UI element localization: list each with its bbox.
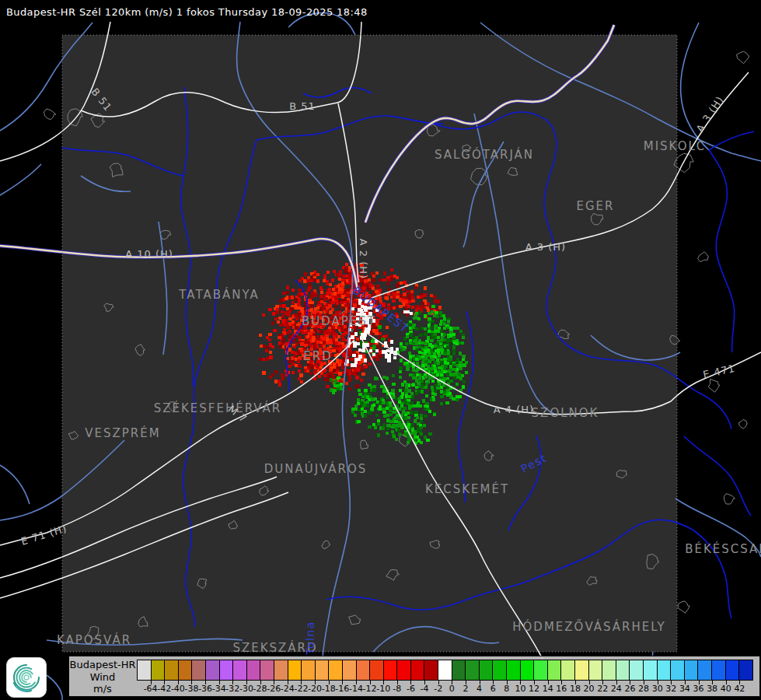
- echo-cell: [372, 404, 375, 407]
- echo-cell: [465, 371, 468, 374]
- echo-cell: [414, 419, 417, 423]
- echo-cell: [313, 329, 316, 332]
- echo-cell: [421, 302, 424, 305]
- echo-cell: [440, 330, 443, 333]
- echo-cell: [385, 334, 388, 338]
- city-label: MISKOLC: [644, 139, 707, 153]
- echo-cell: [440, 390, 443, 394]
- echo-cell: [386, 296, 389, 300]
- echo-cell: [355, 376, 359, 380]
- echo-cell: [417, 296, 420, 299]
- echo-cell: [372, 287, 375, 290]
- echo-cell: [285, 311, 288, 315]
- settlement-outline: [698, 252, 709, 262]
- echo-cell: [424, 386, 428, 389]
- echo-cell: [410, 312, 413, 315]
- colorbar-tick-label: -28: [253, 684, 267, 694]
- echo-cell: [326, 292, 329, 296]
- echo-cell: [459, 395, 462, 398]
- echo-cell: [331, 296, 334, 299]
- echo-cell: [288, 296, 291, 299]
- echo-cell: [360, 401, 363, 405]
- echo-cell: [421, 327, 424, 330]
- legend-swatch: [356, 660, 370, 680]
- echo-cell: [443, 338, 446, 341]
- echo-cell: [337, 376, 340, 380]
- echo-cell: [393, 292, 396, 296]
- legend-swatch: [438, 660, 452, 680]
- echo-cell: [399, 366, 403, 370]
- legend-swatch: [602, 660, 616, 680]
- echo-cell: [346, 293, 350, 297]
- echo-cell: [313, 278, 316, 282]
- echo-cell: [279, 299, 283, 303]
- echo-cell: [286, 331, 289, 334]
- echo-cell: [340, 383, 343, 386]
- echo-cell: [351, 358, 354, 361]
- echo-cell: [459, 361, 463, 364]
- echo-cell: [434, 330, 437, 333]
- echo-cell: [259, 334, 262, 337]
- echo-cell: [396, 414, 399, 417]
- echo-cell: [274, 380, 278, 383]
- road-label: A 3 (H): [525, 241, 566, 253]
- legend-swatch: [328, 660, 342, 680]
- echo-cell: [440, 373, 443, 376]
- legend-swatch: [219, 660, 233, 680]
- echo-cell: [382, 401, 386, 404]
- echo-cell: [286, 291, 289, 294]
- legend-swatch: [560, 660, 574, 680]
- echo-cell: [444, 349, 447, 352]
- echo-cell: [388, 288, 391, 291]
- county-label: Tolna: [304, 621, 316, 656]
- colorbar-tick-label: 12: [529, 684, 539, 694]
- echo-cell: [351, 335, 354, 339]
- colorbar-tick-label: 26: [624, 684, 635, 694]
- echo-cell: [433, 413, 436, 416]
- legend-swatch: [616, 660, 630, 680]
- echo-cell: [290, 307, 294, 310]
- legend-swatch: [684, 660, 698, 680]
- echo-cell: [297, 352, 300, 355]
- settlement-outline: [739, 419, 748, 429]
- city-label: ÉRD: [303, 348, 332, 363]
- echo-cell: [391, 425, 395, 429]
- echo-cell: [372, 275, 375, 278]
- echo-cell: [452, 373, 456, 376]
- echo-cell: [440, 386, 443, 389]
- echo-cell: [307, 289, 310, 292]
- echo-cell: [291, 316, 295, 319]
- echo-cell: [452, 327, 456, 330]
- echo-cell: [381, 338, 385, 341]
- echo-cell: [379, 278, 382, 282]
- echo-cell: [281, 314, 285, 318]
- echo-cell: [395, 397, 398, 401]
- echo-cell: [351, 372, 354, 375]
- echo-cell: [344, 331, 348, 334]
- echo-cell: [295, 306, 298, 310]
- echo-cell: [438, 383, 442, 386]
- echo-cell: [436, 341, 439, 345]
- echo-cell: [281, 376, 285, 380]
- echo-cell: [329, 310, 333, 314]
- echo-cell: [329, 345, 332, 348]
- echo-cell: [424, 436, 427, 439]
- echo-cell: [406, 367, 410, 371]
- echo-cell: [364, 410, 367, 413]
- echo-cell: [437, 370, 440, 374]
- colorbar-tick-label: -20: [308, 684, 322, 694]
- echo-cell: [405, 383, 408, 386]
- echo-cell: [329, 283, 332, 286]
- echo-cell: [325, 310, 328, 313]
- echo-cell: [437, 329, 440, 333]
- echo-cell: [372, 346, 375, 350]
- echo-cell: [371, 340, 375, 343]
- echo-cell: [410, 392, 414, 395]
- echo-cell: [396, 276, 399, 279]
- echo-cell: [369, 349, 372, 352]
- echo-cell: [420, 441, 423, 444]
- echo-cell: [452, 345, 456, 349]
- echo-cell: [382, 411, 386, 414]
- radar-product-viewer: SALGÓTARJÁNMISKOLCEGERTATABÁNYABUDAPESTÉ…: [0, 0, 761, 700]
- echo-cell: [295, 364, 298, 367]
